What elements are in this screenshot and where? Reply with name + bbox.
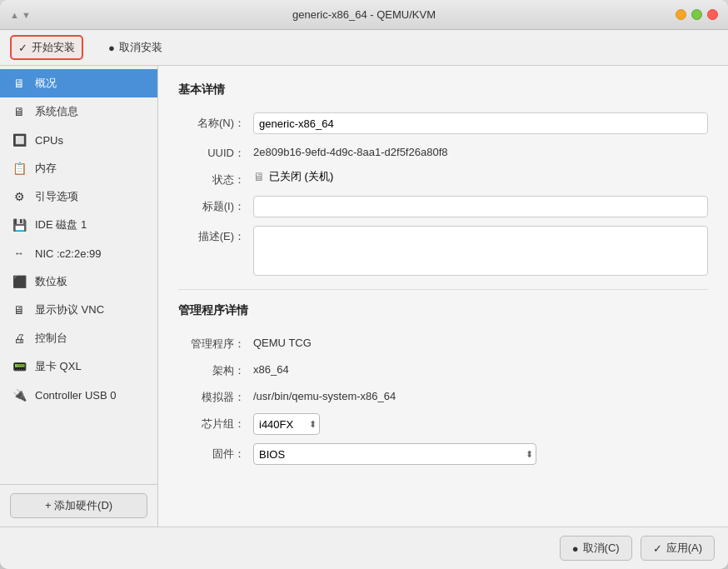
hypervisor-label: 管理程序： (178, 333, 253, 352)
minimize-button[interactable] (676, 9, 686, 20)
sidebar-item-usb-label: Controller USB 0 (35, 389, 117, 402)
traffic-lights (676, 9, 718, 20)
add-hardware-button[interactable]: + 添加硬件(D) (10, 493, 147, 518)
emulator-value: /usr/bin/qemu-system-x86_64 (253, 387, 708, 402)
title-bar: ▲ ▼ generic-x86_64 - QEMU/KVM (0, 0, 728, 30)
firmware-select[interactable]: BIOS UEFI (253, 443, 536, 465)
main-window: ▲ ▼ generic-x86_64 - QEMU/KVM ✓ 开始安装 ● 取… (0, 0, 728, 569)
sidebar-item-nic-label: NIC :c2:2e:99 (35, 247, 102, 260)
uuid-label: UUID： (178, 142, 253, 161)
arch-value: x86_64 (253, 360, 708, 376)
content-area: 基本详情 名称(N)： UUID： 2e809b16-9efd-4d9c-8aa… (158, 66, 728, 527)
sidebar-item-sysinfo[interactable]: 🖥 系统信息 (0, 97, 157, 126)
sidebar-item-usb[interactable]: 🔌 Controller USB 0 (0, 381, 157, 409)
status-value: 已关闭 (关机) (269, 169, 333, 184)
name-input[interactable] (253, 112, 708, 134)
sidebar-item-memory-label: 内存 (35, 161, 57, 176)
cancel-install-icon: ● (108, 42, 115, 54)
firmware-select-wrapper: BIOS UEFI ⬍ (253, 443, 536, 465)
sidebar-item-gpu[interactable]: 📟 显卡 QXL (0, 352, 157, 381)
cancel-install-label: 取消安装 (119, 40, 162, 55)
boot-icon: ⚙ (10, 187, 28, 206)
footer-buttons: ● 取消(C) ✓ 应用(A) (0, 527, 728, 569)
name-label: 名称(N)： (178, 112, 253, 131)
apply-button[interactable]: ✓ 应用(A) (641, 536, 715, 561)
ide-disk-icon: 💾 (10, 216, 28, 234)
chipset-label: 芯片组： (178, 413, 253, 432)
vnc-icon: 🖥 (10, 301, 28, 319)
firmware-label: 固件： (178, 443, 253, 462)
window-title: generic-x86_64 - QEMU/KVM (292, 8, 436, 21)
sidebar-footer: + 添加硬件(D) (0, 484, 157, 527)
cancel-button[interactable]: ● 取消(C) (560, 536, 632, 561)
status-row: 状态： 🖥 已关闭 (关机) (178, 169, 708, 187)
usb-icon: 🔌 (10, 386, 28, 404)
add-hardware-label: + 添加硬件(D) (45, 498, 112, 513)
sidebar-item-vnc-label: 显示协议 VNC (35, 302, 104, 317)
maximize-button[interactable] (691, 9, 702, 20)
manager-section-title: 管理程序详情 (178, 303, 708, 322)
sidebar-item-gpu-label: 显卡 QXL (35, 359, 82, 374)
basic-section-title: 基本详情 (178, 82, 708, 101)
emulator-label: 模拟器： (178, 387, 253, 405)
status-badge: 🖥 已关闭 (关机) (253, 169, 333, 184)
sidebar-item-ide-disk-label: IDE 磁盘 1 (35, 217, 87, 232)
memory-icon: 📋 (10, 159, 28, 177)
uuid-value: 2e809b16-9efd-4d9c-8aa1-d2f5f26a80f8 (253, 142, 708, 158)
hypervisor-value: QEMU TCG (253, 333, 708, 349)
apply-icon: ✓ (653, 542, 662, 555)
title-label: 标题(I)： (178, 196, 253, 214)
console-icon: 🖨 (10, 329, 28, 347)
start-install-label: 开始安装 (32, 40, 75, 55)
sidebar-item-cpus-label: CPUs (35, 134, 63, 147)
apply-label: 应用(A) (666, 541, 702, 556)
sidebar-item-nic[interactable]: ↔ NIC :c2:2e:99 (0, 239, 157, 267)
description-label: 描述(E)： (178, 226, 253, 244)
title-input[interactable] (253, 196, 708, 217)
status-label: 状态： (178, 169, 253, 187)
sidebar-item-cpus[interactable]: 🔲 CPUs (0, 126, 157, 154)
hypervisor-row: 管理程序： QEMU TCG (178, 333, 708, 352)
cancel-install-button[interactable]: ● 取消安装 (100, 35, 171, 60)
arch-row: 架构： x86_64 (178, 360, 708, 378)
nic-icon: ↔ (10, 244, 28, 262)
overview-icon: 🖥 (10, 74, 28, 92)
cancel-icon: ● (572, 542, 579, 555)
firmware-row: 固件： BIOS UEFI ⬍ (178, 443, 708, 465)
sidebar-items: 🖥 概况 🖥 系统信息 🔲 CPUs 📋 内存 ⚙ 引导选项 (0, 66, 157, 484)
description-row: 描述(E)： (178, 226, 708, 276)
sidebar-item-tablet-label: 数位板 (35, 274, 67, 289)
sidebar-item-boot[interactable]: ⚙ 引导选项 (0, 182, 157, 211)
sidebar: 🖥 概况 🖥 系统信息 🔲 CPUs 📋 内存 ⚙ 引导选项 (0, 66, 158, 527)
sidebar-item-vnc[interactable]: 🖥 显示协议 VNC (0, 296, 157, 324)
chipset-select[interactable]: i440FX (253, 413, 320, 435)
sidebar-item-ide-disk[interactable]: 💾 IDE 磁盘 1 (0, 211, 157, 239)
toolbar: ✓ 开始安装 ● 取消安装 (0, 30, 728, 66)
sidebar-item-console[interactable]: 🖨 控制台 (0, 324, 157, 352)
arch-label: 架构： (178, 360, 253, 378)
sysinfo-icon: 🖥 (10, 102, 28, 121)
sidebar-item-tablet[interactable]: ⬛ 数位板 (0, 267, 157, 296)
name-row: 名称(N)： (178, 112, 708, 134)
sidebar-item-overview[interactable]: 🖥 概况 (0, 69, 157, 97)
sidebar-item-overview-label: 概况 (35, 76, 57, 91)
title-row: 标题(I)： (178, 196, 708, 217)
main-content: 🖥 概况 🖥 系统信息 🔲 CPUs 📋 内存 ⚙ 引导选项 (0, 66, 728, 527)
section-divider (178, 289, 708, 290)
status-monitor-icon: 🖥 (253, 170, 265, 183)
cancel-label: 取消(C) (583, 541, 620, 556)
cpus-icon: 🔲 (10, 131, 28, 149)
emulator-row: 模拟器： /usr/bin/qemu-system-x86_64 (178, 387, 708, 405)
nav-arrows: ▲ ▼ (10, 10, 31, 20)
tablet-icon: ⬛ (10, 272, 28, 291)
chipset-row: 芯片组： i440FX ⬍ (178, 413, 708, 435)
close-button[interactable] (707, 9, 718, 20)
start-install-button[interactable]: ✓ 开始安装 (10, 35, 83, 60)
sidebar-item-console-label: 控制台 (35, 331, 67, 346)
uuid-row: UUID： 2e809b16-9efd-4d9c-8aa1-d2f5f26a80… (178, 142, 708, 161)
description-input[interactable] (253, 226, 708, 276)
start-install-icon: ✓ (18, 42, 27, 54)
gpu-icon: 📟 (10, 357, 28, 376)
sidebar-item-memory[interactable]: 📋 内存 (0, 154, 157, 182)
sidebar-item-boot-label: 引导选项 (35, 189, 78, 204)
